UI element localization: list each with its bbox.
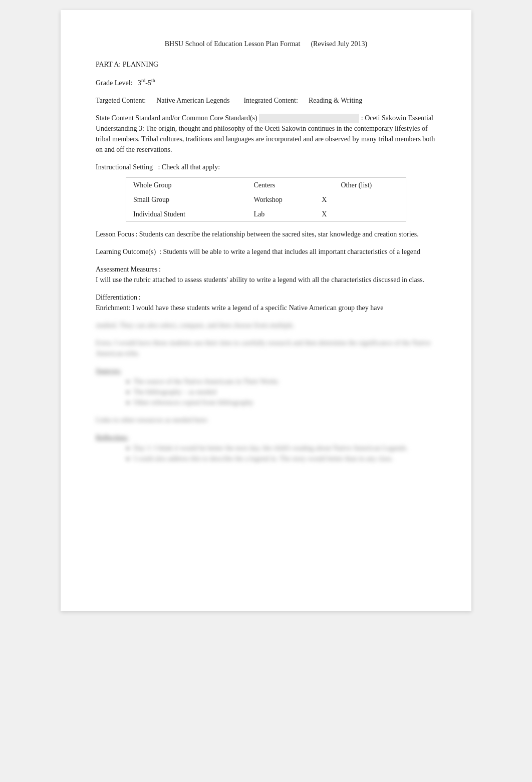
table-row: Small Group Workshop X [126, 192, 406, 207]
blurred-continuation-1: studied. They can also select, compare, … [96, 320, 436, 331]
standard-label: State Content Standard and/or Common Cor… [96, 114, 257, 122]
instructional-setting-label: Instructional Setting [96, 163, 153, 171]
integrated-content-label: Integrated Content: [243, 97, 298, 104]
lesson-focus-text: Students can describe the relationship b… [139, 230, 419, 238]
blurred-bullet-1: ● The source of the Native Americans in … [126, 376, 436, 387]
table-row: Individual Student Lab X [126, 207, 406, 222]
targeted-content-value: Native American Legends [156, 97, 229, 104]
instructional-setting-section: Instructional Setting : Check all that a… [96, 162, 436, 222]
grade-level-label: Grade Level: [96, 79, 132, 87]
blurred-reflection: Reflection: ● Day 1: I think it would be… [96, 432, 436, 464]
blurred-reflection-bullet-1: ● Day 1: I think it would be better the … [126, 443, 436, 453]
reflection-header: Reflection: [96, 432, 436, 443]
blurred-bullet-2: ● The bibliography – as needed [126, 387, 436, 397]
centers-label: Centers [246, 177, 315, 192]
small-group-check [231, 192, 246, 207]
instructional-setting-check-label: Check all that apply: [162, 163, 220, 171]
sources-header: Sources: [96, 366, 436, 376]
instructional-setting-table: Whole Group Centers Other (list) Small G… [126, 177, 406, 222]
header-revised: (Revised July 2013) [311, 40, 367, 48]
page-header: BHSU School of Education Lesson Plan For… [96, 40, 436, 48]
small-group-label: Small Group [126, 192, 232, 207]
centers-check [315, 177, 334, 192]
lesson-focus-label: Lesson Focus [96, 230, 134, 238]
learning-outcome-label: Learning Outcome(s) [96, 248, 156, 255]
assessment-label: Assessment Measures [96, 266, 157, 273]
part-a-label: PART A: PLANNING [96, 59, 436, 70]
other-label: Other (list) [334, 177, 406, 192]
whole-group-check [231, 177, 246, 192]
blurred-reflection-bullet-2: ● I could also address this to describe … [126, 453, 436, 464]
header-title: BHSU School of Education Lesson Plan For… [165, 40, 301, 48]
integrated-content-value: Reading & Writing [309, 97, 362, 104]
differentiation-label: Differentiation [96, 294, 137, 301]
targeted-content: Targeted Content: Native American Legend… [96, 95, 436, 106]
learning-outcome-section: Learning Outcome(s) : Students will be a… [96, 246, 436, 257]
lab-check: X [315, 207, 334, 222]
blurred-continuation-2: Extra: I would have these students use t… [96, 338, 436, 359]
workshop-label: Workshop [246, 192, 315, 207]
page: BHSU School of Education Lesson Plan For… [61, 10, 471, 611]
other-value2 [334, 207, 406, 222]
targeted-content-label: Targeted Content: [96, 97, 146, 104]
workshop-check: X [315, 192, 334, 207]
blurred-bullet-3: ● Other references copied from bibliogra… [126, 397, 436, 408]
blurred-line3: Links to other resources as needed here: [96, 415, 436, 425]
learning-outcome-text: Students will be able to write a legend … [163, 248, 421, 255]
lab-label: Lab [246, 207, 315, 222]
other-value [334, 192, 406, 207]
individual-student-check [231, 207, 246, 222]
table-row: Whole Group Centers Other (list) [126, 177, 406, 192]
individual-student-label: Individual Student [126, 207, 232, 222]
differentiation-section: Differentiation : Enrichment: I would ha… [96, 292, 436, 313]
grade-level: Grade Level: 3rd-5th [96, 77, 436, 88]
differentiation-text: Enrichment: I would have these students … [96, 303, 436, 313]
blurred-sources: Sources: ● The source of the Native Amer… [96, 366, 436, 408]
standard-source-box [259, 114, 359, 123]
standard-section: State Content Standard and/or Common Cor… [96, 113, 436, 155]
grade-level-value: 3rd-5th [138, 79, 155, 87]
lesson-focus-section: Lesson Focus : Students can describe the… [96, 229, 436, 239]
assessment-section: Assessment Measures : I will use the rub… [96, 264, 436, 285]
whole-group-label: Whole Group [126, 177, 232, 192]
assessment-text: I will use the rubric attached to assess… [96, 275, 436, 285]
